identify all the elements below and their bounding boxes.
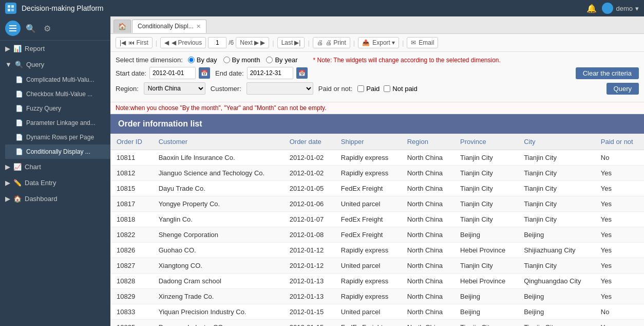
cell-id: 10835 — [110, 320, 153, 327]
sidebar-menu-button[interactable] — [5, 21, 21, 36]
file-icon: 📄 — [15, 76, 23, 83]
cell-shipper: United parcel — [335, 196, 401, 212]
radio-by-year-input[interactable] — [266, 57, 273, 63]
table-row: 10828Dadong Cram school2012-01-13Rapidly… — [110, 274, 644, 289]
col-city: City — [518, 134, 595, 150]
next-button[interactable]: Next ▶ ▶ — [236, 37, 269, 48]
cell-paid: Yes — [595, 196, 644, 212]
sidebar-settings-icon[interactable]: ⚙ — [41, 22, 53, 34]
sidebar-item-dynamic-rows[interactable]: 📄 Dynamic Rows per Page — [5, 130, 110, 144]
radio-by-year[interactable]: By year — [266, 56, 297, 64]
user-chevron-icon: ▾ — [635, 5, 639, 12]
cell-order_date: 2012-01-12 — [283, 258, 335, 274]
page-content: |◀ ⏮ First | ◀ ◀ Previous /6 Next ▶ ▶ | … — [110, 34, 644, 326]
col-paid: Paid or not — [595, 134, 644, 150]
cell-city: Tianjin City — [518, 196, 595, 212]
cell-province: Hebei Province — [454, 243, 518, 258]
table-row: 10817Yongye Property Co.2012-01-06United… — [110, 196, 644, 212]
cell-order_date: 2012-01-02 — [283, 166, 335, 181]
page-number-input[interactable] — [208, 37, 226, 48]
cell-customer: Guohao CO. — [153, 243, 283, 258]
time-dimension-row: Select time dimension: By day By month — [116, 56, 639, 64]
cell-province: Tianjin City — [454, 258, 518, 274]
sidebar-search-icon[interactable]: 🔍 — [25, 22, 37, 34]
paid-checkbox[interactable] — [357, 85, 364, 92]
cell-order_date: 2012-01-02 — [283, 150, 335, 166]
clear-criteria-button[interactable]: Clear the criteria — [576, 67, 639, 79]
tab-home[interactable]: 🏠 — [113, 20, 131, 33]
sidebar-item-data-entry[interactable]: ▶ ✏️ Data Entry — [0, 175, 110, 191]
tab-conditionally-display[interactable]: Conditionally Displ... ✕ — [132, 20, 206, 33]
start-date-calendar-button[interactable]: 📅 — [199, 67, 210, 79]
topbar: Decision-making Platform 🔔 demo ▾ — [0, 0, 644, 16]
next-icon: ▶ — [260, 39, 265, 46]
sidebar-item-dashboard[interactable]: ▶ 🏠 Dashboard — [0, 191, 110, 207]
svg-rect-5 — [9, 28, 16, 29]
table-row: 10833Yiquan Precision Industry Co.2012-0… — [110, 304, 644, 320]
sidebar-item-query[interactable]: ▼ 🔍 Query — [0, 57, 110, 73]
not-paid-checkbox[interactable] — [384, 85, 390, 92]
print-button[interactable]: 🖨 🖨 Print — [313, 37, 350, 48]
email-icon: ✉ — [411, 39, 416, 46]
sidebar-item-chart[interactable]: ▶ 📈 Chart — [0, 159, 110, 175]
cell-customer: Dongnan Industry CO. — [153, 320, 283, 327]
tab-close-icon[interactable]: ✕ — [196, 23, 201, 30]
cell-region: North China — [401, 166, 454, 181]
cell-shipper: FedEx Freight — [335, 227, 401, 243]
start-date-input[interactable] — [149, 67, 196, 79]
sidebar-item-report[interactable]: ▶ 📊 Report — [0, 41, 110, 57]
previous-button[interactable]: ◀ ◀ Previous — [160, 37, 206, 48]
topbar-right: 🔔 demo ▾ — [586, 3, 639, 14]
radio-by-month[interactable]: By month — [223, 56, 260, 64]
last-button[interactable]: Last ▶| — [277, 37, 305, 48]
radio-by-day[interactable]: By day — [188, 56, 217, 64]
cell-city: Tianjin City — [518, 320, 595, 327]
table-row: 10822Shenge Corporation2012-01-08FedEx F… — [110, 227, 644, 243]
radio-by-month-input[interactable] — [223, 57, 230, 63]
sidebar: 🔍 ⚙ ▶ 📊 Report ▼ 🔍 Query 📄 Complicated M… — [0, 16, 110, 326]
region-label: Region: — [116, 85, 139, 93]
sidebar-item-checkbox[interactable]: 📄 Checkbox Multi-Value ... — [5, 87, 110, 101]
sidebar-group-chart: ▶ 📈 Chart — [0, 159, 110, 175]
cell-city: Beijing — [518, 304, 595, 320]
region-select[interactable]: North China — [144, 82, 205, 95]
cell-order_date: 2012-01-15 — [283, 320, 335, 327]
email-button[interactable]: ✉ Email — [407, 37, 438, 48]
radio-by-day-input[interactable] — [188, 57, 195, 63]
separator5: | — [402, 39, 404, 47]
user-menu[interactable]: demo ▾ — [602, 3, 639, 14]
cell-shipper: United parcel — [335, 258, 401, 274]
cell-region: North China — [401, 258, 454, 274]
separator3: | — [308, 39, 309, 47]
avatar — [602, 3, 613, 14]
cell-customer: Dadong Cram school — [153, 274, 283, 289]
cell-order_date: 2012-01-06 — [283, 196, 335, 212]
sidebar-item-fuzzy-label: Fuzzy Query — [26, 105, 61, 112]
sidebar-item-parameter-linkage[interactable]: 📄 Parameter Linkage and... — [5, 116, 110, 130]
sidebar-item-fuzzy[interactable]: 📄 Fuzzy Query — [5, 101, 110, 116]
dimension-note: * Note: The widgets will change accordin… — [313, 57, 501, 64]
sidebar-item-complicated[interactable]: 📄 Complicated Multi-Valu... — [5, 73, 110, 87]
sidebar-group-query: ▼ 🔍 Query 📄 Complicated Multi-Valu... 📄 … — [0, 57, 110, 159]
cell-city: Tianjin City — [518, 258, 595, 274]
query-button[interactable]: Query — [607, 83, 639, 95]
paid-label: Paid or not: — [318, 85, 353, 93]
end-date-input[interactable] — [247, 67, 293, 79]
table-body: 10811Baoxin Life Insurance Co.2012-01-02… — [110, 150, 644, 327]
cell-shipper: United parcel — [335, 304, 401, 320]
customer-select[interactable] — [247, 82, 313, 95]
export-button[interactable]: 📤 Export ▾ — [358, 37, 399, 48]
report-icon: 📊 — [13, 45, 22, 52]
not-paid-checkbox-item[interactable]: Not paid — [384, 85, 417, 93]
cell-id: 10833 — [110, 304, 153, 320]
start-date-group: Start date: 📅 — [116, 67, 210, 79]
end-date-calendar-button[interactable]: 📅 — [296, 67, 308, 79]
first-button[interactable]: |◀ ⏮ First — [116, 37, 153, 48]
notifications-icon[interactable]: 🔔 — [586, 4, 597, 13]
first-icon: |◀ — [120, 39, 126, 46]
start-date-label: Start date: — [116, 69, 146, 77]
paid-checkbox-item[interactable]: Paid — [357, 85, 380, 93]
table-row: 10826Guohao CO.2012-01-12Rapidly express… — [110, 243, 644, 258]
file-icon: 📄 — [15, 119, 23, 126]
sidebar-item-conditionally-display[interactable]: 📄 Conditionally Display ... — [5, 144, 110, 159]
